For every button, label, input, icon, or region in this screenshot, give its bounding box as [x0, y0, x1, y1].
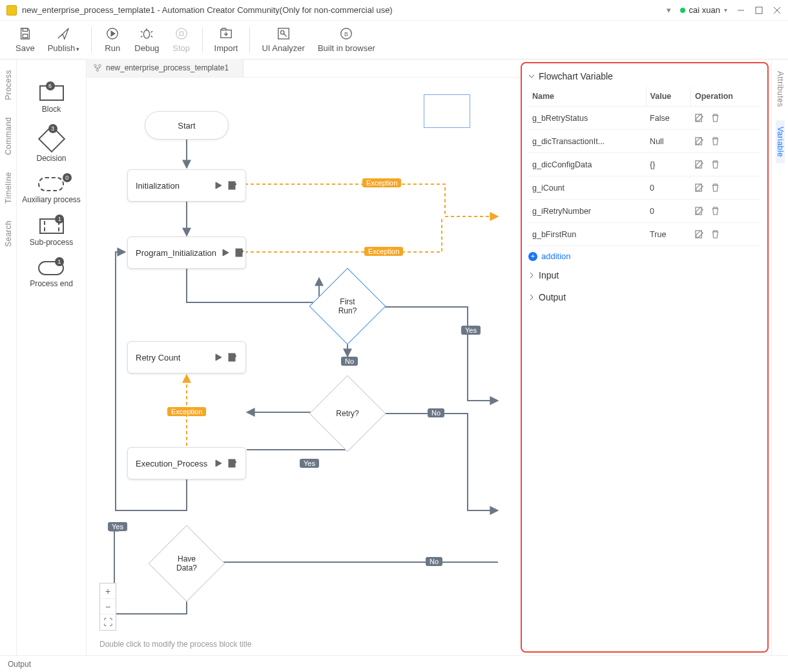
delete-icon[interactable]: [710, 229, 720, 239]
svg-text:B: B: [344, 31, 348, 37]
label-yes: Yes: [108, 522, 127, 531]
import-button[interactable]: Import: [208, 26, 245, 53]
tab-timeline[interactable]: Timeline: [4, 167, 13, 209]
node-first-run[interactable]: First Run?: [320, 279, 375, 333]
edit-icon[interactable]: [694, 206, 704, 216]
label-yes: Yes: [300, 459, 319, 468]
edit-icon[interactable]: [234, 247, 245, 258]
minimap[interactable]: [424, 94, 470, 128]
play-icon[interactable]: [213, 352, 223, 362]
svg-rect-10: [23, 28, 27, 32]
tab-search[interactable]: Search: [4, 215, 13, 252]
main: Process Command Timeline Search 6 Block …: [0, 59, 788, 655]
node-have-data[interactable]: Have Data?: [160, 536, 214, 591]
tab-variable[interactable]: Variable: [776, 120, 785, 163]
svg-rect-20: [180, 32, 183, 36]
left-tabs: Process Command Timeline Search: [0, 59, 17, 655]
palette-sub[interactable]: 1 Sub-process: [30, 218, 73, 247]
node-start[interactable]: Start: [145, 111, 229, 140]
delete-icon[interactable]: [710, 206, 720, 216]
palette-aux[interactable]: 0 Auxiliary process: [22, 177, 81, 204]
label-exception: Exception: [362, 178, 401, 187]
edit-icon[interactable]: [227, 458, 238, 468]
tab-process[interactable]: Process: [4, 65, 13, 105]
node-program-init[interactable]: Program_Initialization: [127, 236, 246, 269]
palette-end[interactable]: 1 Process end: [30, 261, 73, 288]
var-value: {}: [646, 153, 690, 176]
browser-button[interactable]: B Built in browser: [311, 26, 382, 53]
debug-button[interactable]: Debug: [128, 26, 165, 53]
var-name: g_bRetryStatus: [528, 107, 646, 130]
edit-icon[interactable]: [694, 183, 704, 193]
zoom-fit-button[interactable]: ⛶: [100, 614, 116, 630]
output-tab[interactable]: Output: [8, 660, 31, 669]
edit-icon[interactable]: [227, 180, 238, 191]
user-menu[interactable]: cai xuan ▾: [680, 5, 727, 15]
label-exception: Exception: [167, 407, 206, 416]
svg-line-24: [284, 34, 287, 37]
edit-icon[interactable]: [694, 229, 704, 239]
user-name: cai xuan: [689, 5, 720, 15]
titlebar: new_enterprise_process_template1 - Autom…: [0, 0, 788, 21]
document-tabs: new_enterprise_process_template1: [87, 59, 521, 78]
edit-icon[interactable]: [227, 352, 238, 362]
section-input[interactable]: Input: [528, 268, 761, 283]
play-icon[interactable]: [213, 458, 223, 468]
section-flowchart-variable[interactable]: Flowchart Variable: [528, 68, 761, 84]
var-value: False: [646, 107, 690, 130]
var-value: Null: [646, 130, 690, 153]
publish-button[interactable]: Publish▾: [41, 26, 87, 53]
node-initialization[interactable]: Initialization: [127, 169, 246, 202]
document-tab[interactable]: new_enterprise_process_template1: [87, 59, 244, 77]
play-icon[interactable]: [213, 180, 223, 191]
edit-icon[interactable]: [694, 136, 704, 146]
run-button[interactable]: Run: [97, 26, 128, 53]
browser-icon: B: [339, 26, 353, 41]
delete-icon[interactable]: [710, 160, 720, 169]
zoom-out-button[interactable]: −: [100, 599, 116, 614]
tab-attributes[interactable]: Attributes: [776, 65, 785, 114]
uianalyzer-button[interactable]: UI Analyzer: [255, 26, 311, 53]
save-button[interactable]: Save: [9, 26, 41, 53]
debug-icon: [140, 26, 154, 41]
plus-icon: +: [528, 252, 537, 261]
canvas[interactable]: Start Initialization Program_Initializat…: [87, 78, 521, 655]
var-value: True: [646, 223, 690, 246]
svg-line-17: [141, 36, 143, 37]
chevron-down-icon: [528, 73, 535, 79]
zoom-in-button[interactable]: +: [100, 583, 116, 599]
palette-decision[interactable]: 3 Decision: [36, 128, 66, 163]
node-execution[interactable]: Execution_Process: [127, 447, 246, 479]
label-yes: Yes: [461, 326, 481, 335]
status-dot-icon: [680, 8, 685, 13]
edit-icon[interactable]: [694, 113, 704, 123]
shapes-palette: 6 Block 3 Decision 0 Auxiliary process 1…: [17, 59, 87, 655]
delete-icon[interactable]: [710, 136, 720, 146]
svg-line-15: [141, 31, 143, 32]
add-variable-button[interactable]: + addition: [528, 251, 761, 261]
label-no: No: [341, 357, 358, 366]
node-retry[interactable]: Retry?: [320, 386, 375, 441]
maximize-icon[interactable]: [754, 6, 763, 15]
stop-icon: [174, 26, 189, 41]
palette-block[interactable]: 6 Block: [39, 85, 64, 114]
zoom-controls: + − ⛶: [99, 583, 116, 631]
section-output[interactable]: Output: [528, 289, 761, 305]
svg-rect-11: [23, 34, 27, 37]
flow-icon: [93, 63, 102, 72]
var-name: g_iRetryNumber: [528, 200, 646, 223]
var-value: 0: [646, 200, 690, 223]
close-icon[interactable]: [772, 6, 782, 15]
delete-icon[interactable]: [710, 113, 720, 123]
var-name: g_iCount: [528, 176, 646, 200]
minimize-icon[interactable]: [736, 6, 745, 15]
play-icon[interactable]: [220, 247, 231, 258]
toolbar: Save Publish▾ Run Debug Stop Import UI A…: [0, 21, 788, 59]
label-no: No: [428, 408, 444, 417]
node-retry-count[interactable]: Retry Count: [127, 341, 246, 373]
tab-command[interactable]: Command: [4, 112, 13, 160]
table-row: g_bRetryStatus False: [528, 107, 761, 130]
var-value: 0: [646, 176, 690, 200]
edit-icon[interactable]: [694, 160, 704, 169]
delete-icon[interactable]: [710, 183, 720, 193]
